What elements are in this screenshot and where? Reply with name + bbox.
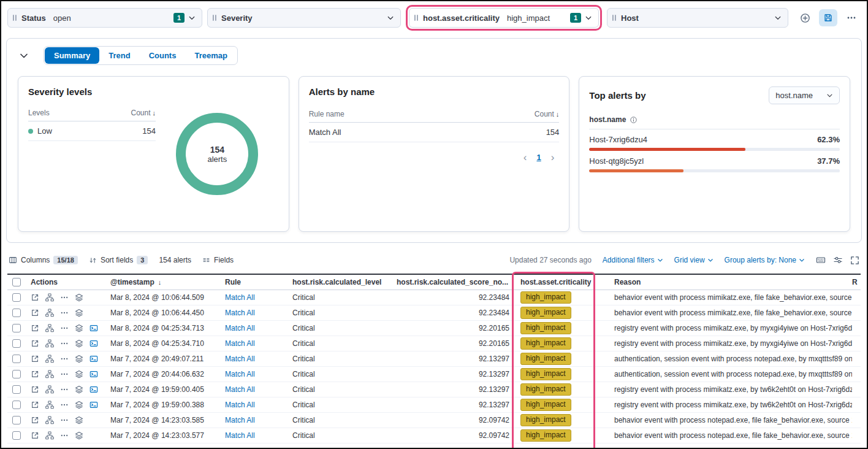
group-alerts-link[interactable]: Group alerts by: None — [725, 256, 805, 264]
expand-alert-icon[interactable] — [31, 401, 39, 409]
expand-alert-icon[interactable] — [31, 355, 39, 363]
timeline-icon[interactable] — [75, 293, 83, 302]
row-checkbox[interactable] — [12, 339, 21, 348]
select-all-checkbox[interactable] — [12, 278, 21, 286]
add-filter-button[interactable] — [796, 9, 814, 26]
more-actions-icon[interactable] — [60, 309, 69, 317]
analyzer-icon[interactable] — [45, 324, 54, 332]
expand-alert-icon[interactable] — [31, 309, 39, 317]
row-checkbox[interactable] — [12, 416, 21, 424]
expand-alert-icon[interactable] — [31, 416, 39, 424]
columns-button[interactable]: Columns 15/18 — [9, 256, 78, 264]
expand-alert-icon[interactable] — [31, 339, 39, 348]
header-risk-level[interactable]: host.risk.calculated_level — [292, 278, 395, 286]
header-criticality[interactable]: host.asset.criticality — [516, 278, 592, 286]
expand-alert-icon[interactable] — [31, 324, 39, 332]
rule-link[interactable]: Match All — [225, 324, 255, 332]
session-view-icon[interactable] — [89, 370, 98, 378]
row-checkbox[interactable] — [12, 355, 21, 363]
fullscreen-icon[interactable] — [850, 256, 859, 265]
session-view-icon[interactable] — [89, 385, 98, 394]
tab-trend[interactable]: Trend — [99, 47, 139, 64]
next-page-icon[interactable]: › — [551, 152, 555, 163]
collapse-charts-button[interactable] — [18, 50, 30, 62]
timeline-icon[interactable] — [75, 355, 83, 363]
row-checkbox[interactable] — [12, 309, 21, 317]
keyboard-shortcuts-icon[interactable] — [816, 255, 826, 265]
timeline-icon[interactable] — [75, 370, 83, 378]
header-timestamp[interactable]: @timestamp ↓ — [110, 278, 225, 286]
header-rule[interactable]: Rule — [225, 278, 292, 286]
session-view-icon[interactable] — [89, 324, 98, 332]
more-actions-icon[interactable] — [60, 431, 69, 440]
row-checkbox[interactable] — [12, 385, 21, 394]
analyzer-icon[interactable] — [45, 416, 54, 424]
analyzer-icon[interactable] — [45, 355, 54, 363]
more-actions-icon[interactable] — [60, 324, 69, 332]
rule-link[interactable]: Match All — [225, 401, 255, 409]
analyzer-icon[interactable] — [45, 401, 54, 409]
rule-link[interactable]: Match All — [225, 339, 255, 348]
save-query-button[interactable] — [819, 9, 837, 26]
rule-link[interactable]: Match All — [225, 309, 255, 317]
additional-filters-link[interactable]: Additional filters — [603, 256, 663, 264]
column-header-count[interactable]: Count↓ — [131, 109, 156, 117]
more-actions-icon[interactable] — [60, 401, 69, 409]
filter-severity[interactable]: Severity — [207, 8, 401, 28]
row-checkbox[interactable] — [12, 293, 21, 302]
more-options-button[interactable] — [842, 9, 861, 26]
filter-host-asset-criticality[interactable]: host.asset.criticality high_impact 1 — [409, 8, 599, 28]
timeline-icon[interactable] — [75, 309, 83, 317]
info-icon[interactable] — [630, 116, 638, 124]
rule-link[interactable]: Match All — [225, 416, 255, 424]
more-actions-icon[interactable] — [60, 370, 69, 378]
session-view-icon[interactable] — [89, 401, 98, 409]
analyzer-icon[interactable] — [45, 293, 54, 302]
display-options-icon[interactable] — [833, 255, 843, 265]
analyzer-icon[interactable] — [45, 431, 54, 440]
grid-view-link[interactable]: Grid view — [674, 256, 714, 264]
timeline-icon[interactable] — [75, 401, 83, 409]
analyzer-icon[interactable] — [45, 339, 54, 348]
expand-alert-icon[interactable] — [31, 431, 39, 440]
rule-link[interactable]: Match All — [225, 370, 255, 378]
row-checkbox[interactable] — [12, 370, 21, 378]
timeline-icon[interactable] — [75, 339, 83, 348]
fields-button[interactable]: Fields — [202, 256, 234, 264]
timeline-icon[interactable] — [75, 324, 83, 332]
header-reason[interactable]: Reason — [592, 278, 852, 286]
row-checkbox[interactable] — [12, 431, 21, 440]
sort-fields-button[interactable]: Sort fields 3 — [89, 256, 148, 264]
rule-link[interactable]: Match All — [225, 355, 255, 363]
more-actions-icon[interactable] — [60, 339, 69, 348]
session-view-icon[interactable] — [89, 355, 98, 363]
analyzer-icon[interactable] — [45, 309, 54, 317]
more-actions-icon[interactable] — [60, 293, 69, 302]
row-checkbox[interactable] — [12, 401, 21, 409]
analyzer-icon[interactable] — [45, 385, 54, 394]
tab-counts[interactable]: Counts — [140, 47, 186, 64]
more-actions-icon[interactable] — [60, 385, 69, 394]
expand-alert-icon[interactable] — [31, 385, 39, 394]
column-header-count[interactable]: Count↓ — [535, 110, 560, 118]
more-actions-icon[interactable] — [60, 355, 69, 363]
rule-link[interactable]: Match All — [225, 431, 255, 440]
session-view-icon[interactable] — [89, 339, 98, 348]
top-alerts-field-select[interactable]: host.name — [769, 86, 840, 104]
expand-alert-icon[interactable] — [31, 370, 39, 378]
more-actions-icon[interactable] — [60, 416, 69, 424]
page-number[interactable]: 1 — [536, 153, 541, 162]
timeline-icon[interactable] — [75, 431, 83, 440]
rule-link[interactable]: Match All — [225, 293, 255, 302]
header-risk-score[interactable]: host.risk.calculated_score_no... — [395, 278, 516, 286]
filter-host[interactable]: Host — [607, 8, 788, 28]
previous-page-icon[interactable]: ‹ — [523, 152, 527, 163]
row-checkbox[interactable] — [12, 324, 21, 332]
tab-summary[interactable]: Summary — [45, 47, 99, 64]
expand-alert-icon[interactable] — [31, 293, 39, 302]
timeline-icon[interactable] — [75, 416, 83, 424]
timeline-icon[interactable] — [75, 385, 83, 394]
rule-link[interactable]: Match All — [225, 385, 255, 394]
analyzer-icon[interactable] — [45, 370, 54, 378]
filter-status[interactable]: Status open 1 — [7, 8, 202, 28]
